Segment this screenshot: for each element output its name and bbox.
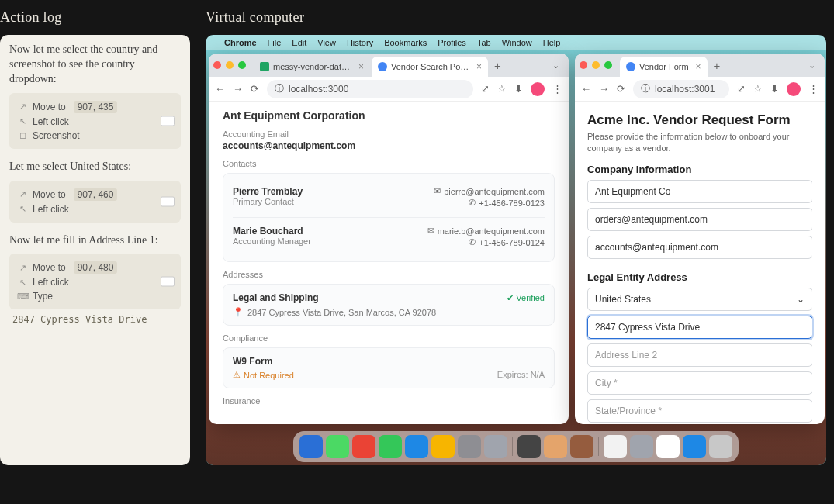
active-app[interactable]: Chrome xyxy=(224,38,257,47)
action-log: Now let me select the country and screen… xyxy=(0,35,190,465)
dock-app-icon[interactable] xyxy=(656,435,680,458)
accounts-email-input[interactable] xyxy=(587,236,812,259)
mac-dock[interactable] xyxy=(293,431,739,462)
form-title: Acme Inc. Vendor Request Form xyxy=(587,112,812,128)
log-message: Let me select United States: xyxy=(9,160,181,174)
minimize-icon[interactable] xyxy=(226,61,234,69)
menu-profiles[interactable]: Profiles xyxy=(438,38,466,47)
bookmark-icon[interactable]: ☆ xyxy=(753,83,763,95)
install-icon[interactable]: ⤢ xyxy=(737,83,746,95)
log-message: Now let me fill in Address Line 1: xyxy=(9,233,181,248)
back-button[interactable]: ← xyxy=(581,83,591,95)
dock-app-icon[interactable] xyxy=(431,435,455,458)
tabs-menu-icon[interactable]: ⌄ xyxy=(804,60,820,71)
company-name-input[interactable] xyxy=(587,180,812,203)
coordinates: 907, 435 xyxy=(74,101,118,113)
dock-app-icon[interactable] xyxy=(379,435,402,458)
insurance-label: Insurance xyxy=(223,396,555,406)
dock-app-icon[interactable] xyxy=(570,435,593,458)
address-line-1-input[interactable] xyxy=(587,316,812,339)
window-controls[interactable] xyxy=(213,61,246,69)
close-tab-icon[interactable]: × xyxy=(476,61,482,72)
close-icon[interactable] xyxy=(213,61,221,69)
profile-avatar[interactable] xyxy=(531,82,545,96)
download-icon[interactable]: ⬇ xyxy=(770,83,779,95)
menu-help[interactable]: Help xyxy=(543,38,561,47)
dock-app-icon[interactable] xyxy=(544,435,567,458)
contact-row: Marie Bouchard Accounting Manager ✉marie… xyxy=(233,217,545,254)
coordinates: 907, 460 xyxy=(74,188,118,201)
profile-avatar[interactable] xyxy=(787,82,801,96)
section-company-info: Company Information xyxy=(587,164,812,175)
company-name: Ant Equipment Corporation xyxy=(223,109,555,122)
action-icon: ⌨ xyxy=(17,292,28,302)
menu-bookmarks[interactable]: Bookmarks xyxy=(384,38,427,47)
dock-app-icon[interactable] xyxy=(683,435,706,458)
menu-window[interactable]: Window xyxy=(502,38,532,47)
country-select[interactable]: United States ⌄ xyxy=(587,288,812,311)
virtual-computer: Chrome File Edit View History Bookmarks … xyxy=(206,35,826,465)
address-bar[interactable]: ⓘ localhost:3001 xyxy=(633,80,729,98)
close-icon[interactable] xyxy=(580,61,587,69)
virtual-computer-title: Virtual computer xyxy=(206,9,826,26)
menu-view[interactable]: View xyxy=(317,38,336,47)
log-action: ↗Move to907, 480 xyxy=(17,260,173,275)
address-bar[interactable]: ⓘ localhost:3000 xyxy=(267,80,473,98)
dock-app-icon[interactable] xyxy=(458,435,481,458)
window-controls[interactable] xyxy=(580,61,612,69)
zoom-icon[interactable] xyxy=(604,61,612,69)
dock-app-icon[interactable] xyxy=(604,435,627,458)
tab-vendor-search[interactable]: Vendor Search Portal × xyxy=(372,57,488,77)
chevron-down-icon: ⌄ xyxy=(797,294,805,305)
menu-history[interactable]: History xyxy=(347,38,373,47)
state-input[interactable] xyxy=(587,399,812,423)
chrome-window-vendor-search[interactable]: messy-vendor-data - Googl… × Vendor Sear… xyxy=(209,54,569,424)
log-action: ↗Move to907, 460 xyxy=(17,187,173,202)
form-subtitle: Please provide the information below to … xyxy=(587,131,812,154)
back-button[interactable]: ← xyxy=(215,83,225,95)
tab-vendor-form[interactable]: Vendor Form × xyxy=(620,57,708,77)
minimize-icon[interactable] xyxy=(592,61,600,69)
mac-menubar[interactable]: Chrome File Edit View History Bookmarks … xyxy=(206,35,826,50)
dock-app-icon[interactable] xyxy=(630,435,653,458)
tabs-menu-icon[interactable]: ⌄ xyxy=(548,60,564,71)
dock-app-icon[interactable] xyxy=(405,435,428,458)
site-info-icon[interactable]: ⓘ xyxy=(275,82,284,95)
phone-icon: ✆ xyxy=(469,237,476,247)
dock-app-icon[interactable] xyxy=(299,435,323,458)
chrome-window-vendor-form[interactable]: Vendor Form × + ⌄ ← → ⟳ xyxy=(575,54,825,424)
kebab-menu-icon[interactable]: ⋮ xyxy=(808,83,818,95)
tab-vendor-data[interactable]: messy-vendor-data - Googl… × xyxy=(254,57,370,77)
dock-app-icon[interactable] xyxy=(709,435,732,458)
forward-button[interactable]: → xyxy=(233,83,243,95)
action-icon: ↖ xyxy=(17,116,28,126)
menu-edit[interactable]: Edit xyxy=(292,38,306,47)
forward-button[interactable]: → xyxy=(599,83,609,95)
address-title: Legal and Shipping xyxy=(233,292,319,303)
reload-button[interactable]: ⟳ xyxy=(617,83,625,95)
dock-app-icon[interactable] xyxy=(352,435,375,458)
address-line-2-input[interactable] xyxy=(587,343,812,367)
kebab-menu-icon[interactable]: ⋮ xyxy=(552,83,562,95)
dock-app-icon[interactable] xyxy=(517,435,541,458)
accounting-email-label: Accounting Email xyxy=(223,129,555,139)
new-tab-button[interactable]: + xyxy=(709,59,725,72)
menu-tab[interactable]: Tab xyxy=(477,38,491,47)
orders-email-input[interactable] xyxy=(587,208,812,231)
new-tab-button[interactable]: + xyxy=(490,59,506,72)
dock-app-icon[interactable] xyxy=(484,435,507,458)
download-icon[interactable]: ⬇ xyxy=(514,83,523,95)
verified-badge: ✔Verified xyxy=(507,292,545,303)
reload-button[interactable]: ⟳ xyxy=(251,83,259,95)
site-info-icon[interactable]: ⓘ xyxy=(641,82,650,95)
dock-app-icon[interactable] xyxy=(326,435,349,458)
close-tab-icon[interactable]: × xyxy=(696,61,701,72)
close-tab-icon[interactable]: × xyxy=(358,61,364,72)
city-input[interactable] xyxy=(587,371,812,395)
log-action: ↗Move to907, 435 xyxy=(17,99,173,115)
log-action: ↖Left click xyxy=(17,202,173,216)
bookmark-icon[interactable]: ☆ xyxy=(497,83,507,95)
install-icon[interactable]: ⤢ xyxy=(481,83,490,95)
menu-file[interactable]: File xyxy=(268,38,282,47)
zoom-icon[interactable] xyxy=(238,61,246,69)
